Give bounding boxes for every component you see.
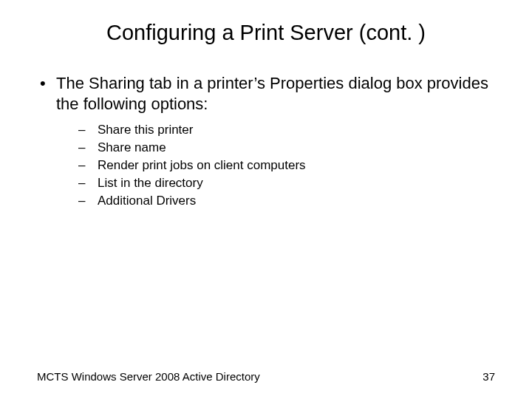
slide-footer: MCTS Windows Server 2008 Active Director… [37,370,495,383]
sub-item-text: Render print jobs on client computers [98,157,306,174]
bullet-icon: • [40,73,56,94]
dash-icon: – [78,193,98,209]
dash-icon: – [78,122,98,138]
sub-item-text: Additional Drivers [98,193,196,209]
list-item: – Share name [78,140,495,156]
sub-item-text: List in the directory [98,175,203,191]
sub-item-text: Share this printer [98,122,193,138]
main-bullet: • The Sharing tab in a printer’s Propert… [40,73,495,115]
slide-title: Configuring a Print Server (cont. ) [37,21,495,45]
footer-source: MCTS Windows Server 2008 Active Director… [37,370,260,383]
list-item: – List in the directory [78,175,495,191]
dash-icon: – [78,157,98,174]
sub-list: – Share this printer – Share name – Rend… [78,122,495,209]
dash-icon: – [78,175,98,191]
dash-icon: – [78,140,98,156]
sub-item-text: Share name [98,140,166,156]
slide-number: 37 [482,370,495,383]
list-item: – Additional Drivers [78,193,495,209]
main-bullet-text: The Sharing tab in a printer’s Propertie… [56,73,495,115]
list-item: – Share this printer [78,122,495,138]
list-item: – Render print jobs on client computers [78,157,495,174]
